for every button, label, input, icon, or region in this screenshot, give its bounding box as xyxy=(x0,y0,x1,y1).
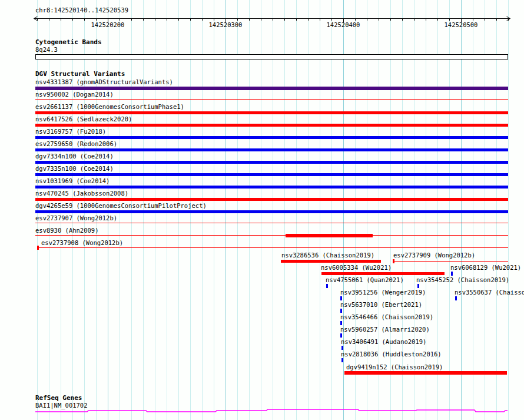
variant-bar[interactable] xyxy=(35,173,508,176)
ruler-tick xyxy=(485,18,485,21)
variant-bar[interactable] xyxy=(35,161,508,164)
ruler-tick xyxy=(379,18,379,21)
variant-bar[interactable] xyxy=(340,333,342,338)
variant-label[interactable]: nsv3550637 (Chaisson2019) xyxy=(455,289,524,296)
ruler-tick xyxy=(449,18,450,21)
ruler-tick-label: 142520500 xyxy=(445,21,478,28)
ruler-tick xyxy=(143,18,144,21)
variant-bar[interactable] xyxy=(341,358,343,362)
variant-label[interactable]: nsv3169757 (Fu2018) xyxy=(35,128,106,135)
variant-bar[interactable] xyxy=(35,210,508,213)
variant-bar[interactable] xyxy=(37,247,508,248)
variant-bar[interactable] xyxy=(341,346,343,350)
variant-label[interactable]: nsv950002 (Dogan2014) xyxy=(35,91,114,98)
variant-label[interactable]: nsv5637010 (Ebert2021) xyxy=(340,301,422,308)
variant-label[interactable]: dgv7335n100 (Coe2014) xyxy=(35,165,114,172)
genome-browser-view: chr8:142520140..142520539 14252020014252… xyxy=(0,0,524,420)
variant-bar[interactable] xyxy=(35,136,508,139)
variant-bar[interactable] xyxy=(340,296,342,300)
variant-label[interactable]: esv2759650 (Redon2006) xyxy=(35,140,117,147)
variant-bar[interactable] xyxy=(35,99,508,100)
variant-label[interactable]: esv2737908 (Wong2012b) xyxy=(41,239,123,246)
variant-bar[interactable] xyxy=(340,309,342,313)
cytoband-name: 8q24.3 xyxy=(35,46,58,53)
ruler-tick xyxy=(355,18,356,21)
ruler-tick xyxy=(473,18,473,21)
ruler-tick xyxy=(120,18,120,21)
ruler-tick xyxy=(402,18,403,21)
variant-label[interactable]: dgv7334n100 (Coe2014) xyxy=(35,153,114,160)
variant-label[interactable]: nsv5960257 (Almarri2020) xyxy=(340,326,430,333)
ruler-tick xyxy=(72,18,73,21)
variant-bar[interactable] xyxy=(417,284,419,288)
variant-bar[interactable] xyxy=(393,259,394,263)
variant-label[interactable]: esv2737909 (Wong2012b) xyxy=(393,252,475,259)
ruler-tick xyxy=(49,18,49,21)
ruler-tick xyxy=(167,18,167,21)
cytobands-title: Cytogenetic Bands xyxy=(35,39,102,46)
refseq-gene-line[interactable] xyxy=(35,409,508,412)
ruler-tick xyxy=(61,18,61,21)
variant-label[interactable]: nsv6417526 (Sedlazeck2020) xyxy=(35,115,132,123)
variant-bar[interactable] xyxy=(35,198,508,201)
variant-bar[interactable] xyxy=(35,124,508,127)
variant-label[interactable]: nsv6005334 (Wu2021) xyxy=(321,264,392,271)
variant-bar[interactable] xyxy=(35,148,508,151)
ruler-tick xyxy=(131,18,132,21)
ruler-tick xyxy=(178,18,179,21)
ruler-tick xyxy=(390,18,391,21)
ruler-tick-label: 142520200 xyxy=(91,21,125,28)
ruler-tick xyxy=(237,18,238,21)
ruler-tick xyxy=(367,18,367,21)
refseq-gene-name[interactable]: BAI1|NM_001702 xyxy=(35,402,88,409)
variant-bar[interactable] xyxy=(281,260,381,263)
variant-bar[interactable] xyxy=(393,261,508,262)
variant-label[interactable]: nsv3546466 (Chaisson2019) xyxy=(340,313,433,320)
ruler-tick xyxy=(437,18,438,21)
variant-bar[interactable] xyxy=(35,223,508,223)
region-label: chr8:142520140..142520539 xyxy=(35,6,128,14)
variant-label[interactable]: nsv470245 (Jakobsson2008) xyxy=(35,190,128,197)
variant-bar[interactable] xyxy=(35,186,508,188)
variant-bar[interactable] xyxy=(35,235,508,236)
ruler-tick xyxy=(296,18,297,21)
variant-label[interactable]: nsv4755061 (Quan2021) xyxy=(326,276,404,283)
variant-bar[interactable] xyxy=(321,272,445,275)
ruler-tick xyxy=(496,18,497,21)
variant-bar[interactable] xyxy=(344,371,507,375)
variant-label[interactable]: esv2737907 (Wong2012b) xyxy=(35,214,117,221)
variant-bar[interactable] xyxy=(35,111,508,114)
ruler-tick xyxy=(249,18,250,21)
ruler-tick xyxy=(190,18,191,21)
variant-label[interactable]: nsv1031969 (Coe2014) xyxy=(35,177,110,184)
ruler-tick xyxy=(261,18,261,21)
ruler-tick xyxy=(331,18,332,21)
variant-label[interactable]: nsv3286536 (Chaisson2019) xyxy=(281,252,374,259)
variant-label[interactable]: esv8930 (Ahn2009) xyxy=(35,227,98,234)
variant-bar[interactable] xyxy=(35,87,508,90)
variant-label[interactable]: dgv9419n152 (Chaisson2019) xyxy=(346,363,443,371)
variant-label[interactable]: nsv3545252 (Chaisson2019) xyxy=(416,276,509,283)
variant-label[interactable]: nsv3406491 (Audano2019) xyxy=(341,338,426,345)
ruler-tick xyxy=(37,18,38,21)
variant-label[interactable]: nsv4331387 (gnomADStructuralVariants) xyxy=(35,78,173,85)
variant-bar[interactable] xyxy=(455,296,457,300)
ruler-tick xyxy=(414,18,414,21)
variant-bar[interactable] xyxy=(451,272,453,276)
variant-bar[interactable] xyxy=(286,234,373,237)
variant-label[interactable]: nsv6068129 (Wu2021) xyxy=(450,264,521,271)
ruler-tick-label: 142520400 xyxy=(327,21,360,28)
ruler-tick xyxy=(284,18,285,21)
cytoband-rect[interactable] xyxy=(35,54,508,59)
refseq-title: RefSeq Genes xyxy=(35,395,82,402)
variant-label[interactable]: esv2661137 (1000GenomesConsortiumPhase1) xyxy=(35,103,184,110)
variant-label[interactable]: nsv3951256 (Wenger2019) xyxy=(340,289,426,296)
variant-label[interactable]: nsv2818036 (Huddleston2016) xyxy=(341,350,442,358)
variant-bar[interactable] xyxy=(340,321,342,325)
variant-bar[interactable] xyxy=(37,246,39,250)
ruler-tick xyxy=(508,18,509,21)
variant-bar[interactable] xyxy=(326,284,328,288)
ruler-tick xyxy=(214,18,214,21)
ruler-tick xyxy=(84,18,85,21)
variant-label[interactable]: dgv4265e59 (1000GenomesConsortiumPilotPr… xyxy=(35,202,207,209)
